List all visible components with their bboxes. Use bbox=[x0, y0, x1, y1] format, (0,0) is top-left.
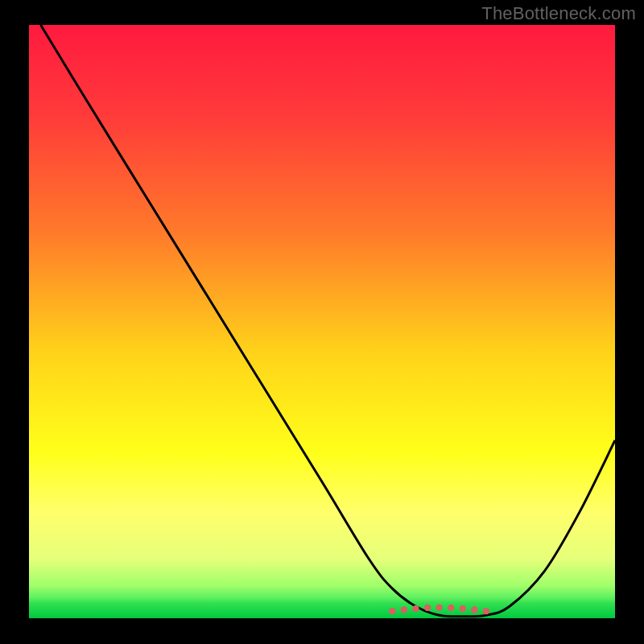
svg-point-9 bbox=[483, 608, 489, 614]
svg-point-2 bbox=[401, 606, 407, 613]
svg-point-3 bbox=[412, 605, 419, 612]
bottleneck-chart: TheBottleneck.com bbox=[0, 0, 644, 644]
svg-point-6 bbox=[448, 605, 454, 611]
gradient-background bbox=[29, 25, 615, 618]
svg-point-4 bbox=[424, 605, 431, 611]
svg-point-5 bbox=[436, 605, 442, 611]
svg-point-7 bbox=[460, 605, 466, 612]
svg-point-1 bbox=[389, 608, 395, 614]
attribution-text: TheBottleneck.com bbox=[481, 3, 636, 24]
svg-point-8 bbox=[471, 606, 477, 613]
chart-canvas bbox=[0, 0, 644, 644]
